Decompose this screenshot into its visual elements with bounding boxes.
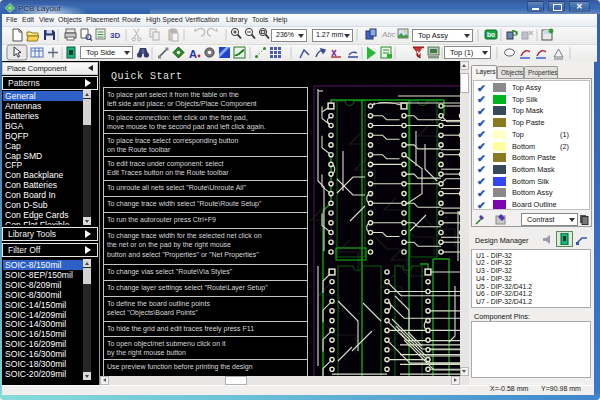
svg-text:A: A [189, 48, 197, 60]
svg-text:bo: bo [487, 31, 495, 38]
svg-text:Abc: Abc [381, 30, 396, 39]
